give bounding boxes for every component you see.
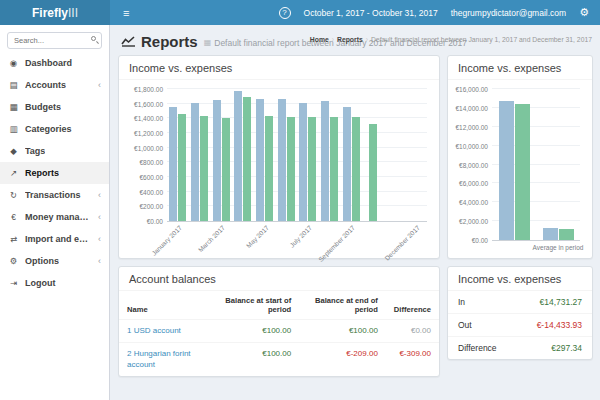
balance-value: €100.00 bbox=[211, 319, 299, 342]
bar-group bbox=[384, 89, 406, 221]
summary-row: In€14,731.27 bbox=[448, 291, 592, 314]
account-balances-panel: Account balances NameBalance at start of… bbox=[118, 266, 440, 377]
sidebar-item-label: Accounts bbox=[25, 80, 66, 90]
chevron-left-icon: ‹ bbox=[98, 212, 101, 222]
top-navbar: FireflyIII ≡ ? October 1, 2017 - October… bbox=[0, 0, 600, 25]
y-axis-tick: €0.00 bbox=[472, 237, 488, 244]
sidebar-toggle-button[interactable]: ≡ bbox=[110, 0, 142, 25]
sidebar-item-dashboard[interactable]: ◉Dashboard bbox=[0, 52, 109, 74]
help-icon[interactable]: ? bbox=[279, 7, 291, 19]
bar-group bbox=[232, 89, 254, 221]
hamburger-icon: ≡ bbox=[123, 7, 129, 19]
y-axis-tick: €16,000.00 bbox=[455, 86, 488, 93]
bar-income bbox=[191, 103, 199, 221]
sidebar-item-accounts[interactable]: ▤Accounts‹ bbox=[0, 74, 109, 96]
sidebar-item-budgets[interactable]: ▦Budgets bbox=[0, 96, 109, 118]
y-axis-tick: €400.00 bbox=[140, 188, 164, 195]
sidebar-item-label: Budgets bbox=[25, 102, 61, 112]
sidebar-item-logout[interactable]: ⇥Logout bbox=[0, 272, 109, 294]
user-email-menu[interactable]: thegrumpydictator@gmail.com bbox=[451, 8, 566, 18]
table-row: 2 Hungarian forint account€100.00€-209.0… bbox=[119, 343, 439, 376]
brand-suffix: III bbox=[68, 6, 78, 20]
options-icon: ⚙ bbox=[8, 256, 19, 266]
breadcrumb-item: Default financial report between January… bbox=[371, 36, 592, 43]
sidebar-item-reports[interactable]: ↗Reports bbox=[0, 162, 109, 184]
x-axis-label: December 2017 bbox=[374, 224, 421, 271]
summary-value: €297.34 bbox=[551, 343, 582, 353]
account-link[interactable]: 2 Hungarian forint account bbox=[127, 349, 191, 368]
navbar-right: ? October 1, 2017 - October 31, 2017 the… bbox=[279, 0, 600, 25]
income-expenses-chart-panel: Income vs. expenses €0.00€200.00€400.00€… bbox=[118, 55, 440, 259]
sidebar-menu: ◉Dashboard▤Accounts‹▦Budgets▥Categories◆… bbox=[0, 52, 109, 294]
search-input[interactable] bbox=[7, 32, 102, 49]
x-axis-label: Average in period bbox=[518, 244, 598, 251]
sidebar-item-label: Transactions bbox=[25, 190, 81, 200]
date-range-selector[interactable]: October 1, 2017 - October 31, 2017 bbox=[304, 8, 438, 18]
sidebar-item-options[interactable]: ⚙Options‹ bbox=[0, 250, 109, 272]
bar-group bbox=[536, 89, 580, 240]
summary-value: €-14,433.93 bbox=[537, 320, 582, 330]
bottom-row: Account balances NameBalance at start of… bbox=[118, 266, 593, 377]
breadcrumb-separator: › bbox=[366, 36, 368, 43]
x-axis-label: July 2017 bbox=[265, 224, 312, 271]
gear-icon[interactable]: ⚙ bbox=[579, 6, 589, 19]
account-balances-table: NameBalance at start of periodBalance at… bbox=[119, 291, 439, 376]
y-axis-tick: €1,400.00 bbox=[134, 115, 163, 122]
account-link[interactable]: 1 USD account bbox=[127, 326, 181, 335]
y-axis-tick: €1,000.00 bbox=[134, 144, 163, 151]
summary-label: In bbox=[458, 297, 465, 307]
chevron-left-icon: ‹ bbox=[98, 234, 101, 244]
sidebar-item-label: Categories bbox=[25, 124, 72, 134]
charts-row: Income vs. expenses €0.00€200.00€400.00€… bbox=[118, 55, 593, 259]
bar-expenses bbox=[330, 117, 338, 222]
sidebar-item-tags[interactable]: ◆Tags bbox=[0, 140, 109, 162]
calendar-icon: ▦ bbox=[204, 38, 212, 47]
money-management-icon: € bbox=[8, 212, 19, 222]
y-axis-tick: €8,000.00 bbox=[459, 161, 488, 168]
search-icon[interactable] bbox=[91, 36, 96, 41]
sidebar-item-label: Money management bbox=[25, 212, 92, 222]
panel-title: Income vs. expenses bbox=[448, 56, 592, 80]
balance-value: €-309.00 bbox=[386, 343, 439, 376]
bar-expenses bbox=[243, 97, 251, 221]
income-expenses-sum-avg-chart[interactable]: €0.00€2,000.00€4,000.00€6,000.00€8,000.0… bbox=[450, 82, 590, 258]
balance-value: €-209.00 bbox=[299, 343, 386, 376]
bar-income bbox=[299, 103, 307, 221]
x-axis-label: September 2017 bbox=[309, 224, 356, 271]
sidebar-item-import-and-export[interactable]: ⇄Import and export‹ bbox=[0, 228, 109, 250]
sidebar-item-transactions[interactable]: ↻Transactions‹ bbox=[0, 184, 109, 206]
bar-expenses bbox=[200, 116, 208, 221]
bar-expenses bbox=[265, 116, 273, 221]
panel-title: Account balances bbox=[119, 267, 439, 291]
balance-value: €100.00 bbox=[299, 319, 386, 342]
transactions-icon: ↻ bbox=[8, 190, 19, 200]
bar-group bbox=[167, 89, 189, 221]
breadcrumb-item[interactable]: Reports bbox=[337, 36, 363, 43]
sidebar-item-label: Dashboard bbox=[25, 58, 72, 68]
panel-title: Income vs. expenses bbox=[448, 267, 592, 291]
bar-income bbox=[321, 101, 329, 221]
y-axis-tick: €6,000.00 bbox=[459, 180, 488, 187]
bar-expenses bbox=[287, 117, 295, 222]
bar-income bbox=[256, 99, 264, 221]
reports-icon: ↗ bbox=[8, 168, 19, 178]
page-title: Reports bbox=[121, 33, 198, 50]
sidebar-item-label: Logout bbox=[25, 278, 56, 288]
bar-group bbox=[275, 89, 297, 221]
income-expenses-monthly-chart[interactable]: €0.00€200.00€400.00€600.00€800.00€1,000.… bbox=[121, 82, 437, 258]
summary-rows: In€14,731.27Out€-14,433.93Difference€297… bbox=[448, 291, 592, 359]
brand-logo[interactable]: FireflyIII bbox=[0, 0, 110, 25]
sidebar-item-money-management[interactable]: €Money management‹ bbox=[0, 206, 109, 228]
breadcrumb-item[interactable]: Home bbox=[310, 36, 329, 43]
sidebar-item-categories[interactable]: ▥Categories bbox=[0, 118, 109, 140]
y-axis-tick: €800.00 bbox=[140, 159, 164, 166]
y-axis-tick: €1,600.00 bbox=[134, 100, 163, 107]
table-column-header: Difference bbox=[386, 291, 439, 319]
sidebar-item-label: Tags bbox=[25, 146, 45, 156]
bar-income bbox=[543, 228, 558, 240]
categories-icon: ▥ bbox=[8, 124, 19, 134]
content-header: Reports ▦ Default financial report betwe… bbox=[111, 25, 600, 53]
table-row: 1 USD account€100.00€100.00€0.00 bbox=[119, 319, 439, 342]
sidebar: ◉Dashboard▤Accounts‹▦Budgets▥Categories◆… bbox=[0, 25, 110, 400]
summary-label: Difference bbox=[458, 343, 497, 353]
